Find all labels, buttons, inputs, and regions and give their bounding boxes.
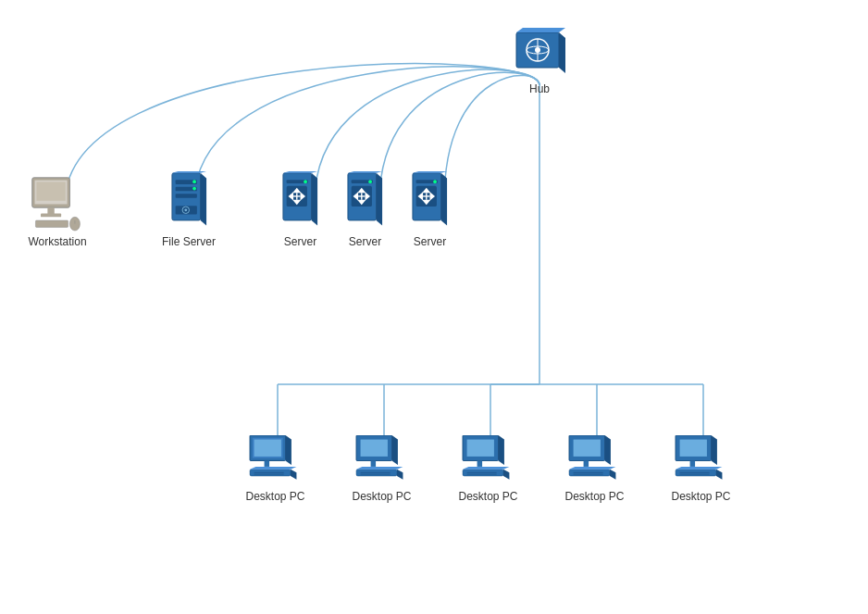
desktop4-label: Desktop PC [564,490,624,503]
hub-label: Hub [529,82,550,95]
svg-marker-9 [559,32,565,73]
server2-node[interactable]: Server [344,171,386,248]
svg-marker-78 [250,467,296,470]
svg-point-69 [433,180,437,183]
desktop2-label: Desktop PC [352,490,411,503]
network-diagram: Hub Workstation File [0,0,868,614]
desktop3-label: Desktop PC [458,490,517,503]
server1-node[interactable]: Server [279,171,321,248]
svg-marker-77 [291,470,296,480]
desktop2-node[interactable]: Desktop PC [352,435,412,503]
svg-marker-88 [356,467,403,470]
svg-marker-25 [171,171,205,173]
hub-node[interactable]: Hub [512,28,567,95]
desktop5-node[interactable]: Desktop PC [671,435,731,503]
svg-marker-108 [569,467,615,470]
svg-rect-19 [41,214,61,218]
svg-marker-87 [397,470,403,480]
svg-marker-98 [463,467,509,470]
file-server-node[interactable]: File Server [162,171,216,248]
svg-marker-71 [286,435,291,465]
svg-rect-75 [265,461,270,467]
server3-node[interactable]: Server [409,171,451,248]
svg-point-29 [192,180,196,183]
svg-marker-60 [413,171,447,173]
desktop3-node[interactable]: Desktop PC [458,435,518,503]
svg-rect-18 [47,207,54,214]
svg-point-30 [192,187,196,191]
svg-point-33 [184,208,187,211]
desktop1-node[interactable]: Desktop PC [245,435,305,503]
svg-marker-97 [503,470,509,480]
svg-rect-95 [477,461,483,467]
svg-rect-104 [574,440,601,457]
svg-point-45 [304,180,307,183]
workstation-label: Workstation [28,235,86,248]
svg-rect-74 [254,440,281,457]
svg-marker-92 [499,435,504,465]
svg-rect-114 [680,440,707,457]
svg-point-57 [368,180,372,183]
svg-marker-118 [676,467,722,470]
svg-marker-102 [605,435,611,465]
workstation-node[interactable]: Workstation [25,176,90,248]
svg-marker-35 [312,173,318,226]
svg-rect-85 [371,461,377,467]
desktop5-label: Desktop PC [671,490,730,503]
svg-rect-105 [584,461,589,467]
svg-marker-47 [377,173,383,226]
server2-label: Server [349,235,381,248]
svg-rect-17 [36,182,65,200]
svg-rect-94 [467,440,494,457]
server1-label: Server [284,235,316,248]
svg-marker-82 [392,435,398,465]
svg-marker-24 [200,173,206,226]
file-server-label: File Server [162,235,216,248]
svg-marker-117 [716,470,722,480]
svg-marker-10 [516,28,565,32]
server3-label: Server [414,235,446,248]
svg-rect-28 [175,194,196,198]
svg-rect-20 [35,220,68,227]
svg-marker-112 [712,435,717,465]
desktop4-node[interactable]: Desktop PC [564,435,625,503]
svg-point-14 [535,47,540,53]
svg-rect-84 [361,440,388,457]
svg-marker-59 [441,173,448,226]
svg-rect-115 [690,461,696,467]
svg-marker-107 [610,470,615,480]
svg-marker-48 [348,171,382,173]
svg-marker-36 [283,171,317,173]
desktop1-label: Desktop PC [245,490,304,503]
